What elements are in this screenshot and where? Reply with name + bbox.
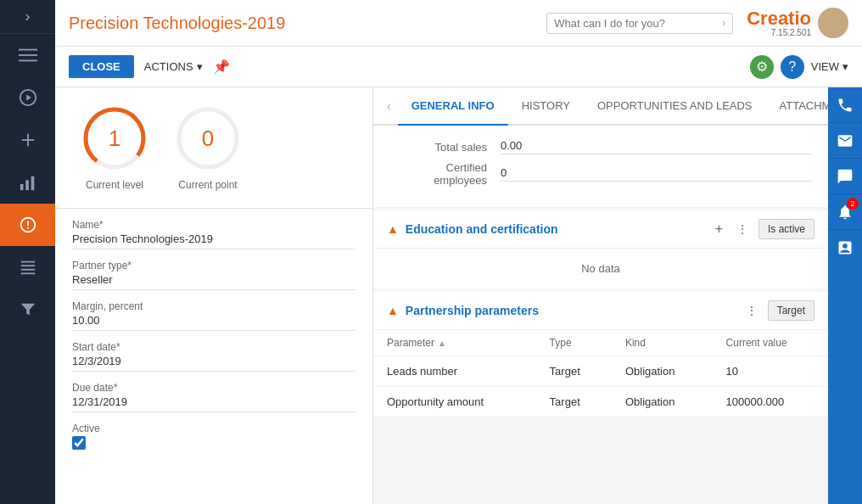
tab-opportunities[interactable]: OPPORTUNITIES AND LEADS xyxy=(584,87,766,126)
current-point-stat: 0 Current point xyxy=(174,104,242,191)
partnership-table: Parameter ▲ Type Kind Current value Lead… xyxy=(373,330,828,417)
col-parameter[interactable]: Parameter ▲ xyxy=(373,330,536,356)
svg-rect-12 xyxy=(20,269,35,271)
partner-type-value[interactable]: Reseller xyxy=(72,273,355,290)
opportunity-amount-kind: Obligation xyxy=(612,387,713,417)
opportunity-amount-value: 100000.000 xyxy=(713,387,828,417)
leads-number-type: Target xyxy=(536,356,612,387)
phone-action-button[interactable] xyxy=(828,87,862,123)
page-title: Precision Technologies-2019 xyxy=(69,14,546,33)
total-sales-row: Total sales 0.00 xyxy=(390,139,811,154)
logo-text: Creatio 7.15.2.501 xyxy=(747,9,811,37)
add-icon[interactable] xyxy=(0,119,55,161)
view-button[interactable]: VIEW ▾ xyxy=(811,60,848,73)
svg-rect-10 xyxy=(20,261,35,263)
main-area: Precision Technologies-2019 › Creatio 7.… xyxy=(55,0,862,504)
leads-number-param: Leads number xyxy=(373,356,536,387)
active-label: Active xyxy=(72,423,355,434)
list-icon[interactable] xyxy=(0,246,55,288)
partnership-section-header: ▲ Partnership parameters ⋮ Target xyxy=(373,292,828,330)
partner-type-label: Partner type* xyxy=(72,260,355,272)
svg-point-15 xyxy=(822,25,844,38)
close-button[interactable]: CLOSE xyxy=(69,55,134,78)
task-action-button[interactable] xyxy=(828,230,862,266)
pin-icon[interactable]: 📌 xyxy=(213,59,230,75)
col-kind[interactable]: Kind xyxy=(612,330,713,356)
education-section-header: ▲ Education and certification + ⋮ Is act… xyxy=(373,210,828,249)
certified-employees-value[interactable]: 0 xyxy=(501,166,811,182)
education-section: ▲ Education and certification + ⋮ Is act… xyxy=(373,210,828,288)
logo-version: 7.15.2.501 xyxy=(771,28,811,37)
active-checkbox[interactable] xyxy=(72,436,86,450)
partner-type-field-group: Partner type* Reseller xyxy=(72,260,355,290)
search-box[interactable]: › xyxy=(546,13,733,34)
collapse-button[interactable]: › xyxy=(0,0,55,34)
tab-attachments[interactable]: ATTACHMENTS xyxy=(766,87,828,126)
col-current-value[interactable]: Current value xyxy=(713,330,828,356)
svg-rect-2 xyxy=(19,60,37,62)
svg-rect-6 xyxy=(21,139,34,141)
tabs-prev-icon[interactable]: ‹ xyxy=(380,89,398,123)
total-sales-value[interactable]: 0.00 xyxy=(501,139,811,154)
start-date-value[interactable]: 12/3/2019 xyxy=(72,355,355,372)
help-icon[interactable]: ? xyxy=(781,55,804,79)
chart-icon[interactable] xyxy=(0,161,55,204)
education-toggle-icon[interactable]: ▲ xyxy=(387,222,399,236)
sidebar: › xyxy=(0,0,55,504)
svg-rect-1 xyxy=(19,54,37,56)
stats-area: 1 Current level 0 Current point xyxy=(55,87,372,209)
active-field-group: Active xyxy=(72,423,355,450)
partnership-menu-icon[interactable]: ⋮ xyxy=(742,304,761,317)
chat-action-button[interactable] xyxy=(828,159,862,194)
col-type[interactable]: Type xyxy=(536,330,612,356)
svg-rect-7 xyxy=(20,184,23,190)
partnership-section-title: Partnership parameters xyxy=(406,304,736,317)
table-row: Opportunity amount Target Obligation 100… xyxy=(373,387,828,417)
actions-button[interactable]: ACTIONS ▾ xyxy=(144,60,203,73)
point-circle: 0 xyxy=(174,104,242,172)
education-add-icon[interactable]: + xyxy=(712,221,726,237)
search-arrow-icon: › xyxy=(722,17,725,29)
notification-badge: 2 xyxy=(847,198,859,210)
margin-label: Margin, percent xyxy=(72,300,355,312)
parameter-sort-icon: ▲ xyxy=(438,339,446,348)
parameter-sort: Parameter ▲ xyxy=(387,337,446,349)
menu-icon[interactable] xyxy=(0,34,55,76)
handshake-icon[interactable] xyxy=(0,204,55,246)
svg-point-14 xyxy=(826,13,840,26)
right-actions: 2 xyxy=(828,87,862,504)
top-header: Precision Technologies-2019 › Creatio 7.… xyxy=(55,0,862,47)
education-no-data: No data xyxy=(373,249,828,288)
point-label: Current point xyxy=(178,179,237,191)
actions-chevron-icon: ▾ xyxy=(197,60,203,73)
logo-brand: Creatio xyxy=(747,9,811,28)
level-value: 1 xyxy=(109,126,120,152)
partnership-toggle-icon[interactable]: ▲ xyxy=(387,304,399,317)
info-fields: Total sales 0.00 Certified employees 0 xyxy=(373,126,828,207)
target-button[interactable]: Target xyxy=(768,300,814,321)
filter-icon[interactable] xyxy=(0,288,55,331)
toolbar: CLOSE ACTIONS ▾ 📌 ⚙ ? VIEW ▾ xyxy=(55,47,862,87)
logo-area: Creatio 7.15.2.501 xyxy=(747,8,848,38)
table-row: Leads number Target Obligation 10 xyxy=(373,356,828,387)
gear-icon[interactable]: ⚙ xyxy=(750,55,774,79)
tab-history[interactable]: HISTORY xyxy=(508,87,584,126)
view-chevron-icon: ▾ xyxy=(842,60,848,73)
svg-rect-11 xyxy=(20,265,35,266)
active-checkbox-container xyxy=(72,436,355,450)
name-value[interactable]: Precision Technologies-2019 xyxy=(72,232,355,249)
point-value: 0 xyxy=(202,126,214,152)
svg-rect-8 xyxy=(25,180,29,190)
email-action-button[interactable] xyxy=(828,123,862,159)
margin-value[interactable]: 10.00 xyxy=(72,314,355,331)
search-input[interactable] xyxy=(554,17,722,30)
notification-action-button[interactable]: 2 xyxy=(828,194,862,230)
due-date-value[interactable]: 12/31/2019 xyxy=(72,395,355,412)
tab-general-info[interactable]: GENERAL INFO xyxy=(398,87,508,126)
play-icon[interactable] xyxy=(0,76,55,119)
education-menu-icon[interactable]: ⋮ xyxy=(733,222,752,236)
level-circle: 1 xyxy=(81,104,148,172)
is-active-button[interactable]: Is active xyxy=(758,219,814,239)
partnership-section: ▲ Partnership parameters ⋮ Target Parame… xyxy=(373,292,828,417)
svg-marker-4 xyxy=(26,94,31,100)
